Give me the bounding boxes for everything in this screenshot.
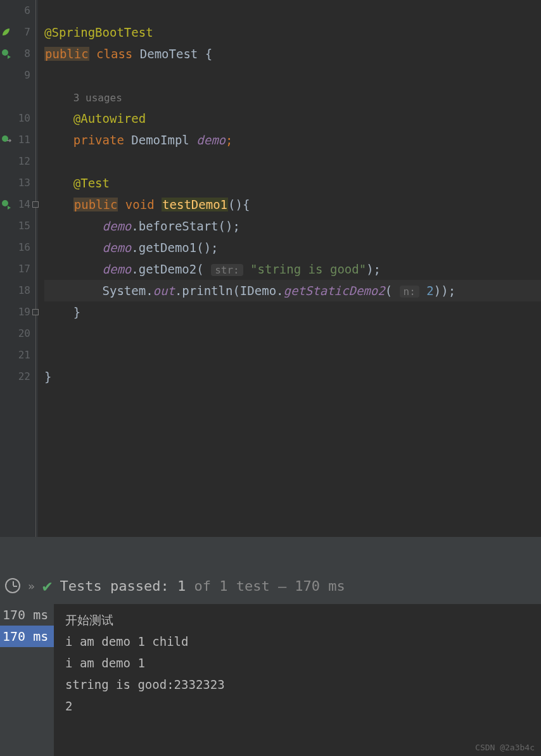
chevron-right-icon[interactable]: » xyxy=(28,579,35,593)
test-tree[interactable]: 170 ms 170 ms xyxy=(0,604,54,756)
line-number: 16 xyxy=(0,237,30,258)
code-line: @Autowired xyxy=(44,108,541,129)
output-line: 开始测试 xyxy=(65,609,530,631)
test-time-row[interactable]: 170 ms xyxy=(0,604,54,626)
code-line: } xyxy=(44,366,541,387)
line-number: 7 xyxy=(0,22,30,43)
output-line: 2 xyxy=(65,695,530,717)
code-line xyxy=(44,344,541,366)
output-line: string is good:2332323 xyxy=(65,674,530,695)
bean-icon[interactable] xyxy=(1,135,11,145)
line-number: 12 xyxy=(0,151,30,172)
code-line: @Test xyxy=(44,172,541,194)
output-line: i am demo 1 xyxy=(65,652,530,674)
code-line xyxy=(44,151,541,172)
code-line xyxy=(44,65,541,86)
line-number: 22 xyxy=(0,366,30,387)
line-number: 14 xyxy=(0,194,30,215)
line-number: 11 xyxy=(0,129,30,151)
fold-marker[interactable] xyxy=(32,309,39,315)
line-number: 6 xyxy=(0,0,30,22)
check-icon: ✔ xyxy=(42,576,53,595)
code-line: demo.beforeStart(); xyxy=(44,215,541,237)
code-line: demo.getDemo1(); xyxy=(44,237,541,258)
editor-area: 6 7 8 9 10 11 12 13 14 15 16 17 18 19 20… xyxy=(0,0,541,537)
code-line: public class DemoTest { xyxy=(44,43,541,65)
line-number: 13 xyxy=(0,172,30,194)
test-header: » ✔ Tests passed: 1 of 1 test – 170 ms xyxy=(0,567,541,604)
line-number: 9 xyxy=(0,65,30,86)
test-results-panel: » ✔ Tests passed: 1 of 1 test – 170 ms 1… xyxy=(0,537,541,756)
code-line: } xyxy=(44,301,541,323)
fold-marker[interactable] xyxy=(32,201,39,208)
spring-leaf-icon xyxy=(1,27,11,37)
tests-rest-label: of 1 test – 170 ms xyxy=(186,578,345,594)
line-number xyxy=(0,86,30,108)
line-number: 20 xyxy=(0,323,30,344)
test-time-row-selected[interactable]: 170 ms xyxy=(0,626,54,647)
code-line: public void testDemo1(){ xyxy=(44,194,541,215)
run-test-icon[interactable] xyxy=(1,199,11,210)
svg-point-0 xyxy=(2,49,8,56)
code-line-current: System.out.println(IDemo.getStaticDemo2(… xyxy=(44,280,541,301)
code-line: 3 usages xyxy=(44,86,541,108)
line-number: 17 xyxy=(0,258,30,280)
line-number: 15 xyxy=(0,215,30,237)
gutter: 6 7 8 9 10 11 12 13 14 15 16 17 18 19 20… xyxy=(0,0,38,537)
code-editor[interactable]: @SpringBootTest public class DemoTest { … xyxy=(38,0,541,537)
code-line: demo.getDemo2( str: "string is good"); xyxy=(44,258,541,280)
test-output[interactable]: 开始测试 i am demo 1 child i am demo 1 strin… xyxy=(54,604,541,756)
panel-separator[interactable] xyxy=(0,537,541,567)
code-line: private DemoImpl demo; xyxy=(44,129,541,151)
run-test-icon[interactable] xyxy=(1,49,11,59)
code-line xyxy=(44,0,541,22)
code-line xyxy=(44,323,541,344)
history-icon[interactable] xyxy=(5,578,20,593)
line-number: 18 xyxy=(0,280,30,301)
svg-point-2 xyxy=(2,200,8,206)
line-number: 10 xyxy=(0,108,30,129)
output-line: i am demo 1 child xyxy=(65,631,530,652)
line-number: 21 xyxy=(0,344,30,366)
line-number: 19 xyxy=(0,301,30,323)
fold-line xyxy=(35,0,36,537)
watermark: CSDN @2a3b4c xyxy=(475,743,535,752)
tests-passed-label: Tests passed: 1 xyxy=(60,578,186,594)
code-line: @SpringBootTest xyxy=(44,22,541,43)
line-number: 8 xyxy=(0,43,30,65)
